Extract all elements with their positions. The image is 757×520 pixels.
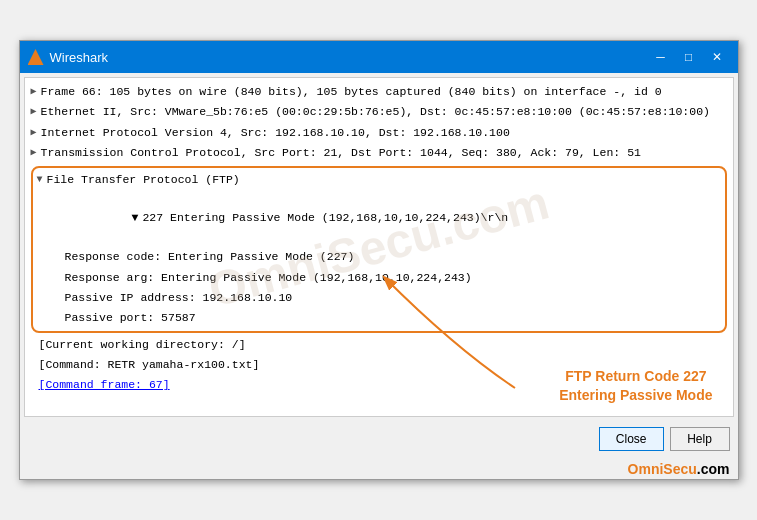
- expand-icon: ▶: [31, 84, 37, 100]
- ftp-child-3: Passive port: 57587: [33, 308, 725, 328]
- expand-icon: ▶: [31, 145, 37, 161]
- ftp-child-1: Response arg: Entering Passive Mode (192…: [33, 268, 725, 288]
- window-controls: ─ □ ✕: [648, 47, 730, 67]
- ethernet-line[interactable]: ▶ Ethernet II, Src: VMware_5b:76:e5 (00:…: [27, 102, 731, 122]
- packet-detail-pane: OmniSecu.com ▶ Frame 66: 105 bytes on wi…: [24, 77, 734, 417]
- tcp-line[interactable]: ▶ Transmission Control Protocol, Src Por…: [27, 143, 731, 163]
- window-title: Wireshark: [50, 50, 648, 65]
- brand-orange: OmniSecu: [628, 461, 697, 477]
- help-button[interactable]: Help: [670, 427, 730, 451]
- expand-icon: ▼: [37, 172, 43, 188]
- tcp-text: Transmission Control Protocol, Src Port:…: [41, 144, 727, 162]
- title-bar: Wireshark ─ □ ✕: [20, 41, 738, 73]
- ftp-header-line[interactable]: ▼ File Transfer Protocol (FTP): [33, 170, 725, 190]
- annotation-area: FTP Return Code 227 Entering Passive Mod…: [559, 367, 712, 406]
- expand-icon: ▶: [31, 104, 37, 120]
- ip-text: Internet Protocol Version 4, Src: 192.16…: [41, 124, 727, 142]
- ftp-header-text: File Transfer Protocol (FTP): [47, 171, 721, 189]
- ftp-passive-ip: Passive IP address: 192.168.10.10: [65, 289, 721, 307]
- ftp-entry-text: ▼227 Entering Passive Mode (192,168,10,1…: [47, 191, 721, 246]
- cwd-text: [Current working directory: /]: [31, 336, 727, 354]
- ftp-child-2: Passive IP address: 192.168.10.10: [33, 288, 725, 308]
- extra-line-0: [Current working directory: /]: [27, 335, 731, 355]
- ftp-entry-line[interactable]: ▼ ▼227 Entering Passive Mode (192,168,10…: [33, 190, 725, 247]
- ethernet-text: Ethernet II, Src: VMware_5b:76:e5 (00:0c…: [41, 103, 727, 121]
- close-button[interactable]: Close: [599, 427, 664, 451]
- ip-line[interactable]: ▶ Internet Protocol Version 4, Src: 192.…: [27, 123, 731, 143]
- ftp-response-code: Response code: Entering Passive Mode (22…: [65, 248, 721, 266]
- annotation-line2: Entering Passive Mode: [559, 386, 712, 406]
- annotation-line1: FTP Return Code 227: [559, 367, 712, 387]
- close-window-button[interactable]: ✕: [704, 47, 730, 67]
- ftp-child-0: Response code: Entering Passive Mode (22…: [33, 247, 725, 267]
- expand-icon: ▶: [31, 125, 37, 141]
- ftp-passive-port: Passive port: 57587: [65, 309, 721, 327]
- maximize-button[interactable]: □: [676, 47, 702, 67]
- minimize-button[interactable]: ─: [648, 47, 674, 67]
- frame-line[interactable]: ▶ Frame 66: 105 bytes on wire (840 bits)…: [27, 82, 731, 102]
- ftp-section: ▼ File Transfer Protocol (FTP) ▼ ▼227 En…: [31, 166, 727, 333]
- wireshark-icon: [28, 49, 44, 65]
- footer: Close Help: [20, 421, 738, 457]
- frame-text: Frame 66: 105 bytes on wire (840 bits), …: [41, 83, 727, 101]
- wireshark-window: Wireshark ─ □ ✕ OmniSecu.com ▶ Frame 66:…: [19, 40, 739, 480]
- bottom-brand: OmniSecu.com: [20, 457, 738, 479]
- ftp-response-arg: Response arg: Entering Passive Mode (192…: [65, 269, 721, 287]
